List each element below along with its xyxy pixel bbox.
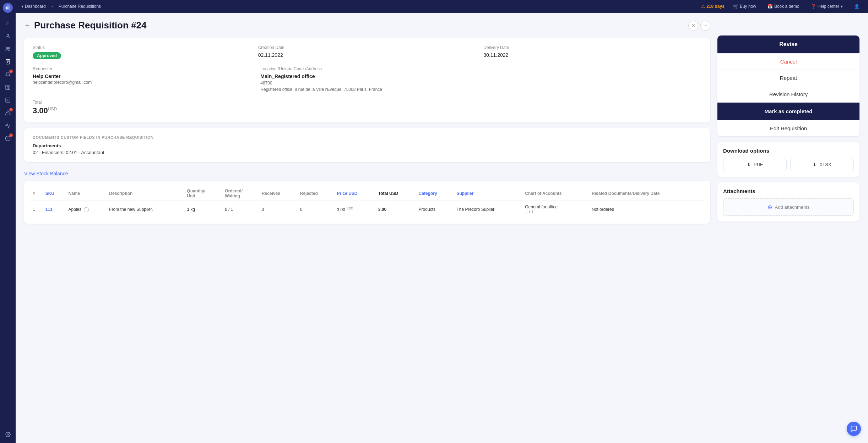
download-xlsx-icon: ⬇	[813, 162, 817, 167]
total-field: Total 3.00USD	[33, 100, 702, 115]
cell-num: 1	[30, 201, 43, 218]
reports-icon[interactable]	[2, 94, 13, 106]
settings-icon[interactable]	[2, 429, 13, 440]
items-data-table: # SKU Name Description Quantity/Unit Ord…	[30, 186, 705, 218]
chat-bubble-button[interactable]	[847, 422, 861, 436]
info-circle-icon[interactable]: i	[84, 207, 89, 212]
add-attachment-button[interactable]: ⊕ Add attachments	[723, 198, 854, 216]
col-quantity-unit: Quantity/Unit	[184, 186, 222, 201]
svg-point-19	[7, 434, 9, 435]
buy-now-button[interactable]: 🛒 Buy now	[730, 3, 759, 10]
app-logo[interactable]: P	[3, 3, 13, 13]
svg-rect-9	[6, 85, 10, 89]
svg-point-2	[7, 34, 9, 36]
repeat-button[interactable]: Repeat	[717, 70, 859, 86]
calendar-icon: 📅	[767, 4, 773, 9]
page-content: ← Purchase Requisition #24 ✕ → Status Ap…	[16, 13, 868, 443]
revise-button[interactable]: Revise	[717, 35, 859, 53]
svg-point-4	[8, 47, 10, 49]
cancel-button[interactable]: Cancel	[717, 53, 859, 70]
next-button[interactable]: →	[700, 21, 710, 31]
action-buttons-panel: Revise Cancel Repeat Revision History Ma…	[717, 35, 859, 136]
location-field: Location /Unique Code /Address Main_Regi…	[260, 66, 702, 93]
status-label: Status	[33, 45, 251, 50]
home-icon[interactable]: ⌂	[2, 18, 13, 29]
stock-section: View Stock Balance # SKU Name Descriptio…	[24, 171, 710, 224]
cell-sku: 111	[43, 201, 66, 218]
top-navigation: ▾ Dashboard › Purchase Requisitions ⚠ 21…	[16, 0, 868, 13]
departments-label: Departments	[33, 143, 702, 148]
cell-related-docs: Not ordered	[589, 201, 705, 218]
requester-name: Help Center	[33, 73, 253, 79]
book-demo-button[interactable]: 📅 Book a demo	[765, 3, 802, 10]
cell-rejected: 0	[297, 201, 334, 218]
delivery-date-value: 30.11.2022	[483, 52, 702, 58]
building-icon[interactable]	[2, 82, 13, 93]
nav-dashboard-label: Dashboard	[25, 4, 46, 9]
location-name: Main_Registered office	[260, 73, 702, 79]
info-grid-row1: Status Approved Creation Date 02.11.2022…	[33, 45, 702, 59]
nav-purchase-requisitions[interactable]: Purchase Requisitions	[59, 4, 101, 9]
creation-date-value: 02.11.2022	[258, 52, 477, 58]
table-header-row: # SKU Name Description Quantity/Unit Ord…	[30, 186, 705, 201]
table-body: 1 111 Apples i From the new Supplier. 1 …	[30, 201, 705, 218]
edit-requisition-button[interactable]: Edit Requisition	[717, 120, 859, 136]
close-button[interactable]: ✕	[688, 21, 698, 31]
main-area: ▾ Dashboard › Purchase Requisitions ⚠ 21…	[16, 0, 868, 443]
attachments-title: Attachments	[723, 188, 854, 194]
alert-icon[interactable]	[2, 107, 13, 119]
svg-point-3	[6, 47, 8, 49]
info-grid-row2: Requester Help Center helpcenter.precoro…	[33, 66, 702, 93]
page-header: ← Purchase Requisition #24 ✕ →	[24, 20, 710, 31]
delivery-date-field: Delivery Date 30.11.2022	[483, 45, 702, 59]
download-pdf-button[interactable]: ⬇ PDF	[723, 158, 787, 171]
location-label: Location /Unique Code /Address	[260, 66, 702, 71]
chat-icon	[850, 425, 857, 432]
help-chevron-icon: ▾	[841, 4, 843, 9]
download-section-title: Download options	[723, 148, 854, 154]
chart-icon[interactable]	[2, 120, 13, 131]
mark-completed-button[interactable]: Mark as completed	[717, 102, 859, 120]
creation-date-label: Creation Date	[258, 45, 477, 50]
cell-total-usd: 3.00	[375, 201, 416, 218]
download-xlsx-button[interactable]: ⬇ XLSX	[790, 158, 854, 171]
requester-email: helpcenter.precoro@gmail.com	[33, 80, 253, 85]
col-price-usd: Price USD	[334, 186, 375, 201]
col-description: Description	[106, 186, 184, 201]
col-sku: SKU	[43, 186, 66, 201]
chevron-down-icon: ▾	[21, 4, 23, 9]
notification-badge	[9, 70, 13, 73]
status-badge: Approved	[33, 52, 61, 59]
svg-text:P: P	[6, 6, 9, 10]
notification-icon[interactable]	[2, 69, 13, 80]
cell-price-usd: 3.00 USD	[334, 201, 375, 218]
col-name: Name	[66, 186, 107, 201]
warning-days: 218 days	[706, 4, 725, 9]
back-button[interactable]: ←	[24, 22, 31, 29]
view-stock-balance-link[interactable]: View Stock Balance	[24, 171, 710, 176]
user-menu-button[interactable]: 👤	[851, 3, 862, 10]
requisition-icon[interactable]	[2, 56, 13, 67]
items-table: # SKU Name Description Quantity/Unit Ord…	[24, 181, 710, 224]
attachments-section: Attachments ⊕ Add attachments	[717, 182, 859, 222]
notification2-badge	[9, 133, 13, 137]
cell-received: 0	[259, 201, 297, 218]
cell-description: From the new Supplier.	[106, 201, 184, 218]
warning-indicator: ⚠ 218 days	[701, 4, 725, 9]
total-label: Total	[33, 100, 702, 105]
total-value: 3.00USD	[33, 106, 702, 115]
help-icon: ❓	[811, 4, 816, 9]
col-rejected: Rejected	[297, 186, 334, 201]
help-center-button[interactable]: ❓ Help center ▾	[808, 3, 846, 10]
notification2-icon[interactable]	[2, 133, 13, 144]
people-icon[interactable]	[2, 43, 13, 55]
col-total-usd: Total USD	[375, 186, 416, 201]
nav-dashboard[interactable]: ▾ Dashboard	[21, 4, 46, 9]
pdf-label: PDF	[754, 162, 763, 167]
revision-history-button[interactable]: Revision History	[717, 86, 859, 102]
location-code: 48700	[260, 81, 272, 86]
add-attachment-label: Add attachments	[775, 204, 810, 210]
col-category: Category	[416, 186, 454, 201]
contacts-icon[interactable]	[2, 31, 13, 42]
col-related-docs: Related Documents/Delivery Date	[589, 186, 705, 201]
